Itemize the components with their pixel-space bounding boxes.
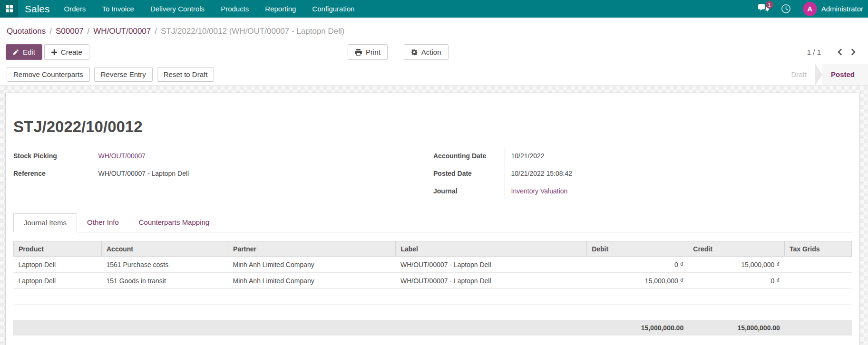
field-groups: Stock Picking WH/OUT/00007 Reference WH/… bbox=[13, 147, 852, 200]
cell-partner: Minh Anh Limited Company bbox=[228, 257, 396, 273]
status-draft[interactable]: Draft bbox=[782, 64, 815, 85]
record-title: STJ/2022/10/0012 bbox=[13, 117, 852, 136]
cell-product: Laptopn Dell bbox=[14, 273, 102, 289]
odoo-window: Sales Orders To Invoice Delivery Control… bbox=[0, 0, 868, 345]
breadcrumb-separator: / bbox=[49, 27, 52, 36]
reverse-entry-button[interactable]: Reverse Entry bbox=[94, 67, 153, 82]
top-navbar: Sales Orders To Invoice Delivery Control… bbox=[0, 0, 868, 18]
cell-label: WH/OUT/00007 - Laptopn Dell bbox=[396, 257, 587, 273]
table-row[interactable]: Laptopn Dell 151 Goods in transit Minh A… bbox=[14, 273, 852, 289]
stock-picking-link[interactable]: WH/OUT/00007 bbox=[98, 152, 146, 160]
tab-journal-items[interactable]: Journal Items bbox=[13, 213, 77, 232]
breadcrumb-quotations[interactable]: Quotations bbox=[7, 27, 46, 36]
menu-configuration[interactable]: Configuration bbox=[304, 0, 362, 18]
cell-tax-grids bbox=[784, 273, 851, 289]
form-view-background: STJ/2022/10/0012 Stock Picking WH/OUT/00… bbox=[0, 86, 868, 345]
activities-button[interactable] bbox=[781, 4, 791, 14]
printer-icon bbox=[355, 49, 362, 56]
reference-value: WH/OUT/00007 - Laptopn Dell bbox=[92, 164, 346, 182]
apps-menu-button[interactable] bbox=[0, 0, 18, 18]
posted-date-value: 10/21/2022 15:08:42 bbox=[505, 164, 728, 182]
cell-debit: 15,000,000 ₫ bbox=[587, 273, 688, 289]
breadcrumb-separator: / bbox=[155, 27, 157, 36]
navbar-systray: 1 A Administrator bbox=[758, 2, 868, 16]
field-stock-picking: Stock Picking WH/OUT/00007 bbox=[13, 147, 346, 164]
field-label: Reference bbox=[13, 164, 92, 182]
breadcrumb-current: STJ/2022/10/0012 (WH/OUT/00007 - Laptopn… bbox=[161, 27, 344, 36]
tab-counterparts-mapping[interactable]: Counterparts Mapping bbox=[129, 213, 219, 232]
menu-delivery-controls[interactable]: Delivery Controls bbox=[142, 0, 213, 18]
field-reference: Reference WH/OUT/00007 - Laptopn Dell bbox=[13, 164, 346, 182]
col-credit[interactable]: Credit bbox=[688, 241, 785, 257]
table-empty-row[interactable] bbox=[14, 289, 852, 305]
field-journal: Journal Inventory Valuation bbox=[433, 182, 728, 200]
remove-counterparts-button[interactable]: Remove Counterparts bbox=[7, 67, 90, 82]
pencil-icon bbox=[13, 49, 19, 55]
cell-account: 1561 Purchase costs bbox=[102, 257, 228, 273]
menu-reporting[interactable]: Reporting bbox=[257, 0, 304, 18]
menu-to-invoice[interactable]: To Invoice bbox=[94, 0, 142, 18]
apps-grid-icon bbox=[5, 5, 13, 13]
cell-product: Laptopn Dell bbox=[14, 257, 102, 273]
totals-row: 15,000,000.00 15,000,000.00 bbox=[13, 320, 852, 335]
col-product[interactable]: Product bbox=[14, 241, 102, 257]
field-label: Stock Picking bbox=[13, 147, 92, 164]
cell-credit: 0 ₫ bbox=[688, 273, 785, 289]
user-menu[interactable]: A Administrator bbox=[803, 2, 863, 16]
breadcrumb-s00007[interactable]: S00007 bbox=[56, 27, 84, 36]
cell-account: 151 Goods in transit bbox=[102, 273, 228, 289]
pager-previous-button[interactable] bbox=[833, 47, 847, 58]
notebook-tabs: Journal Items Other Info Counterparts Ma… bbox=[13, 213, 852, 232]
action-button-label: Action bbox=[421, 48, 441, 56]
control-panel: Edit Create Pr bbox=[0, 40, 868, 64]
print-button[interactable]: Print bbox=[348, 44, 388, 60]
reset-to-draft-button[interactable]: Reset to Draft bbox=[157, 67, 215, 82]
gear-icon bbox=[411, 49, 418, 56]
chevron-right-icon bbox=[851, 48, 856, 56]
statusbar: Draft Posted bbox=[782, 64, 868, 85]
cell-tax-grids bbox=[784, 257, 851, 273]
total-debit: 15,000,000.00 bbox=[587, 320, 688, 335]
user-name: Administrator bbox=[821, 5, 863, 13]
accounting-date-value: 10/21/2022 bbox=[505, 147, 728, 164]
user-avatar: A bbox=[803, 2, 817, 16]
print-button-label: Print bbox=[366, 48, 380, 56]
total-credit: 15,000,000.00 bbox=[688, 320, 785, 335]
field-accounting-date: Accounting Date 10/21/2022 bbox=[433, 147, 728, 164]
col-label[interactable]: Label bbox=[396, 241, 587, 257]
menu-products[interactable]: Products bbox=[213, 0, 257, 18]
col-partner[interactable]: Partner bbox=[228, 241, 396, 257]
tab-other-info[interactable]: Other Info bbox=[77, 213, 129, 232]
journal-link[interactable]: Inventory Valuation bbox=[511, 187, 568, 195]
cell-partner: Minh Anh Limited Company bbox=[228, 273, 396, 289]
table-row[interactable]: Laptopn Dell 1561 Purchase costs Minh An… bbox=[14, 257, 852, 273]
create-button[interactable]: Create bbox=[44, 44, 89, 60]
pager-next-button[interactable] bbox=[847, 47, 860, 58]
breadcrumb-separator: / bbox=[88, 27, 90, 36]
pager-value[interactable]: 1 / 1 bbox=[807, 48, 821, 56]
field-posted-date: Posted Date 10/21/2022 15:08:42 bbox=[433, 164, 728, 182]
chevron-left-icon bbox=[838, 48, 842, 56]
col-debit[interactable]: Debit bbox=[587, 241, 688, 257]
create-button-label: Create bbox=[61, 48, 82, 56]
status-posted[interactable]: Posted bbox=[822, 64, 868, 85]
menu-orders[interactable]: Orders bbox=[56, 0, 94, 18]
edit-button-label: Edit bbox=[23, 48, 35, 56]
cell-label: WH/OUT/00007 - Laptopn Dell bbox=[396, 273, 587, 289]
status-arrow-divider bbox=[815, 64, 822, 86]
breadcrumb: Quotations / S00007 / WH/OUT/00007 / STJ… bbox=[0, 18, 868, 40]
col-account[interactable]: Account bbox=[102, 241, 228, 257]
plus-icon bbox=[51, 49, 57, 55]
form-toolbar: Remove Counterparts Reverse Entry Reset … bbox=[0, 64, 868, 86]
cell-debit: 0 ₫ bbox=[587, 257, 688, 273]
edit-button[interactable]: Edit bbox=[6, 44, 42, 60]
action-button[interactable]: Action bbox=[404, 44, 449, 60]
field-label: Accounting Date bbox=[433, 147, 505, 164]
app-name-menu[interactable]: Sales bbox=[25, 3, 50, 15]
cell-credit: 15,000,000 ₫ bbox=[688, 257, 785, 273]
main-menu: Orders To Invoice Delivery Controls Prod… bbox=[56, 0, 363, 18]
breadcrumb-wh-out[interactable]: WH/OUT/00007 bbox=[93, 27, 151, 36]
messages-button[interactable]: 1 bbox=[758, 4, 769, 13]
journal-items-table: Product Account Partner Label Debit Cred… bbox=[13, 241, 852, 305]
col-tax-grids[interactable]: Tax Grids bbox=[784, 241, 851, 257]
